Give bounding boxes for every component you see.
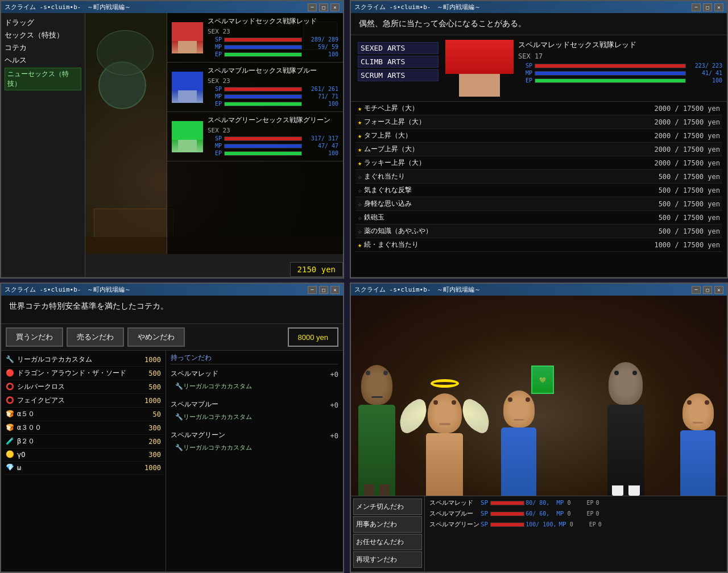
sidebar-item-koteka[interactable]: コテカ [5,41,81,54]
window-scene-bottom-right: スクライム -s•cluim•b- ～町内戦場編～ ─ □ ✕ [350,283,728,573]
ep-bar-green [224,151,302,156]
skill-row-9[interactable]: ☆ 鉄砲玉 500 / 17500 yen [355,211,722,225]
win1-maximize[interactable]: □ [319,3,328,11]
win2-enemy-section: SEXED ARTS CLIMB ARTS SCRUM ARTS スペルマレッド… [351,35,727,102]
inv-person-red: スペルマレッド +0 [171,368,338,381]
win4-close[interactable]: ✕ [714,286,723,294]
skill-star-10: ☆ [358,227,362,235]
cmd-btn-1[interactable]: メンチ切んだわ [353,499,422,515]
title-bar-win4: スクライム -s•cluim•b- ～町内戦場編～ ─ □ ✕ [351,284,727,296]
win3-maximize[interactable]: □ [319,286,328,294]
enemy-red-level: SEX 23 [208,28,338,35]
party-mp-val-blue: 0 [568,510,585,517]
skill-star-2: ★ [358,118,362,126]
skill-name-5: ラッキー上昇（大） [364,158,654,168]
win1-close[interactable]: ✕ [330,3,340,11]
enemy-level: SEX 17 [518,52,722,60]
mp-value-red: 59/ 59 [304,44,338,50]
enemy-stats: スペルマレッドセックス戦隊レッド SEX 17 SP 223/ 223 MP 4… [518,40,722,97]
win2-close[interactable]: ✕ [714,3,723,11]
skill-row-4[interactable]: ★ ムーブ上昇（大） 2000 / 17500 yen [355,143,722,156]
win1-sidebar: ドラッグ セックス（特技） コテカ ヘルス ニューセックス（特技） [1,13,85,277]
skill-row-10[interactable]: ☆ 薬の知識（あやふや） 500 / 17500 yen [355,225,722,238]
shop-icon-4: ⭕ [6,396,15,405]
win1-minimize[interactable]: ─ [308,3,317,11]
shop-item-6[interactable]: 🍞 α３００ 300 [3,421,163,435]
skill-row-7[interactable]: ☆ 気まぐれな反撃 500 / 17500 yen [355,184,722,197]
skill-name-4: ムーブ上昇（大） [364,144,654,154]
shop-price-9: 1000 [144,464,161,472]
skill-row-8[interactable]: ☆ 身軽な思い込み 500 / 17500 yen [355,197,722,211]
win4-maximize[interactable]: □ [703,286,712,294]
battle-stats-red: スペルマレッドセックス戦隊レッド SEX 23 SP 289/ 289 MP [208,16,338,59]
enemy-ep-label: EP [518,77,532,84]
sell-button[interactable]: 売るンだわ [67,327,124,347]
party-sp-bar-blue [490,512,524,516]
sidebar-item-sex[interactable]: セックス（特技） [5,29,81,41]
sidebar-item-newsex[interactable]: ニューセックス（特技） [5,68,81,90]
skill-cost-8: 500 / 17500 yen [659,200,720,208]
party-sp-val-blue: 60/ 60, [526,510,554,517]
win1-content: ドラッグ セックス（特技） コテカ ヘルス ニューセックス（特技） [1,13,343,277]
cancel-button[interactable]: やめンだわ [127,327,185,347]
win3-message: 世界コテカ特別安全基準を満たしたコテカ。 [1,296,343,324]
skill-row-2[interactable]: ★ フォース上昇（大） 2000 / 17500 yen [355,115,722,129]
buy-button[interactable]: 買うンだわ [6,327,63,347]
skill-cost-1: 2000 / 17500 yen [654,105,720,113]
sidebar-item-health[interactable]: ヘルス [5,54,81,67]
shop-item-2[interactable]: 🔴 ドラゴン・アラウンド・ザ・ソード 500 [3,367,163,380]
sprite-green [172,121,203,152]
enemy-sp-bar [535,64,686,68]
skill-star-4: ★ [358,146,362,153]
win2-maximize[interactable]: □ [703,3,712,11]
win2-minimize[interactable]: ─ [692,3,701,11]
party-row-blue: スペルマブルー SP 60/ 60, MP 0 EP 0 [429,509,722,518]
shop-item-9[interactable]: 💎 ω 1000 [3,462,163,475]
party-sp-label-red: SP [481,499,488,506]
win4-minimize[interactable]: ─ [692,286,701,294]
shop-price-2: 500 [148,369,161,377]
stat-row-mp-red: MP 59/ 59 [208,44,338,50]
skill-name-7: 気まぐれな反撃 [364,185,658,195]
arts-climb[interactable]: CLIMB ARTS [358,56,439,68]
skill-row-3[interactable]: ★ タフ上昇（大） 2000 / 17500 yen [355,129,722,143]
ep-label-blue: EP [208,101,222,107]
char-green-body [358,405,395,496]
party-mp-label-red: MP [556,499,564,506]
sp-value-red: 289/ 289 [304,36,338,43]
cmd-btn-3[interactable]: お任せなんだわ [353,534,422,550]
skill-row-6[interactable]: ☆ まぐれ当たり 500 / 17500 yen [355,170,722,184]
party-mp-label-blue: MP [556,510,564,517]
win3-close[interactable]: ✕ [330,286,340,294]
shop-item-1[interactable]: 🔧 リーガルコテカカスタム 1000 [3,353,163,367]
shop-name-1: リーガルコテカカスタム [17,355,144,364]
ep-label-red: EP [208,51,222,57]
party-sp-label-green: SP [481,521,488,528]
shop-name-7: β２０ [17,437,148,446]
cmd-btn-4[interactable]: 再現すンだわ [353,551,422,568]
sidebar-item-drug[interactable]: ドラッグ [5,16,81,29]
skill-star-3: ★ [358,132,362,140]
shop-item-8[interactable]: 🟡 γO 300 [3,449,163,462]
win3-minimize[interactable]: ─ [308,286,317,294]
shop-item-7[interactable]: 🧪 β２０ 200 [3,435,163,449]
win3-title: スクライム -s•cluim•b- ～町内戦場編～ [5,285,131,294]
enemy-mp-row: MP 41/ 41 [518,70,722,76]
shop-item-5[interactable]: 🍞 α５０ 50 [3,408,163,421]
shop-price-3: 500 [148,383,161,391]
arts-scrum[interactable]: SCRUM ARTS [358,69,439,81]
skill-name-11: 続・まぐれ当たり [364,240,654,250]
shop-item-3[interactable]: ⭕ シルバークロス 500 [3,380,163,394]
skill-row-1[interactable]: ★ モチベ上昇（大） 2000 / 17500 yen [355,102,722,115]
ep-value-blue: 100 [304,101,338,107]
shop-price-4: 1000 [144,397,161,405]
shop-item-4[interactable]: ⭕ フェイクピアス 1000 [3,394,163,408]
stat-row-ep-red: EP 100 [208,51,338,57]
skill-row-5[interactable]: ★ ラッキー上昇（大） 2000 / 17500 yen [355,156,722,170]
arts-sexed[interactable]: SEXED ARTS [358,42,439,54]
cmd-btn-2[interactable]: 用事あンだわ [353,516,422,533]
party-row-red: スペルマレッド SP 80/ 80, MP 0 EP 0 [429,499,722,507]
win3-controls: ─ □ ✕ [308,286,340,294]
win3-shop: 🔧 リーガルコテカカスタム 1000 🔴 ドラゴン・アラウンド・ザ・ソード 50… [1,351,343,571]
skill-row-11[interactable]: ★ 続・まぐれ当たり 1000 / 17500 yen [355,238,722,252]
